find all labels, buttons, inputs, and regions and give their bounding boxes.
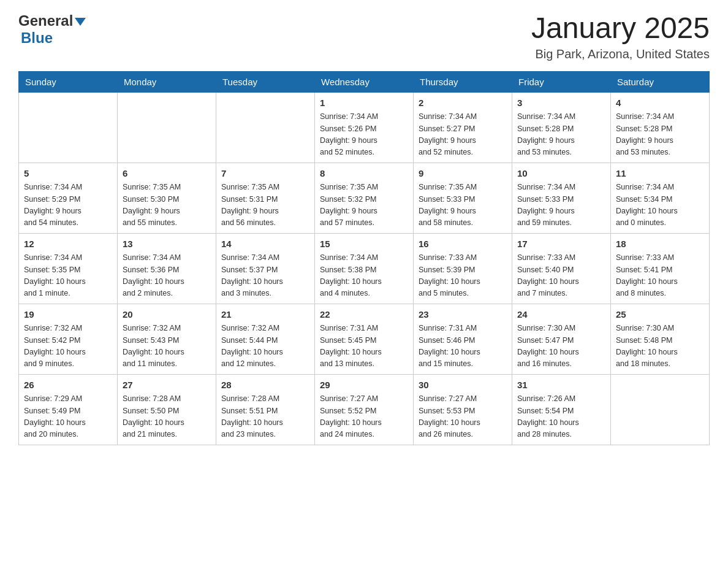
day-number: 30 bbox=[419, 378, 507, 393]
day-info: Sunrise: 7:31 AM Sunset: 5:45 PM Dayligh… bbox=[320, 323, 408, 370]
day-info: Sunrise: 7:30 AM Sunset: 5:47 PM Dayligh… bbox=[517, 323, 605, 370]
logo: General Blue bbox=[18, 12, 86, 47]
day-number: 22 bbox=[320, 308, 408, 322]
day-number: 1 bbox=[320, 96, 408, 110]
day-number: 31 bbox=[517, 378, 605, 393]
day-info: Sunrise: 7:35 AM Sunset: 5:31 PM Dayligh… bbox=[221, 182, 309, 229]
day-number: 2 bbox=[419, 96, 507, 110]
calendar-day-header: Thursday bbox=[414, 71, 512, 92]
day-info: Sunrise: 7:30 AM Sunset: 5:48 PM Dayligh… bbox=[616, 323, 704, 370]
day-info: Sunrise: 7:33 AM Sunset: 5:39 PM Dayligh… bbox=[419, 252, 507, 300]
day-number: 20 bbox=[123, 308, 211, 322]
calendar-cell: 4Sunrise: 7:34 AM Sunset: 5:28 PM Daylig… bbox=[611, 92, 710, 163]
day-number: 5 bbox=[24, 167, 112, 181]
day-info: Sunrise: 7:27 AM Sunset: 5:52 PM Dayligh… bbox=[320, 393, 408, 441]
day-number: 4 bbox=[616, 96, 704, 110]
day-info: Sunrise: 7:34 AM Sunset: 5:28 PM Dayligh… bbox=[616, 111, 704, 159]
day-number: 19 bbox=[24, 308, 112, 322]
calendar-day-header: Saturday bbox=[611, 71, 710, 92]
day-number: 16 bbox=[419, 237, 507, 251]
day-number: 21 bbox=[221, 308, 309, 322]
calendar-cell: 30Sunrise: 7:27 AM Sunset: 5:53 PM Dayli… bbox=[414, 374, 512, 445]
calendar-cell: 18Sunrise: 7:33 AM Sunset: 5:41 PM Dayli… bbox=[611, 233, 710, 304]
day-number: 29 bbox=[320, 378, 408, 393]
day-number: 23 bbox=[419, 308, 507, 322]
day-info: Sunrise: 7:28 AM Sunset: 5:50 PM Dayligh… bbox=[123, 393, 211, 441]
calendar-subtitle: Big Park, Arizona, United States bbox=[531, 47, 710, 61]
day-number: 13 bbox=[123, 237, 211, 251]
calendar-cell bbox=[118, 92, 216, 163]
calendar-cell: 2Sunrise: 7:34 AM Sunset: 5:27 PM Daylig… bbox=[414, 92, 512, 163]
day-info: Sunrise: 7:34 AM Sunset: 5:38 PM Dayligh… bbox=[320, 252, 408, 300]
day-number: 14 bbox=[221, 237, 309, 251]
day-number: 6 bbox=[123, 167, 211, 181]
day-number: 17 bbox=[517, 237, 605, 251]
calendar-title: January 2025 bbox=[531, 12, 710, 45]
calendar-cell: 24Sunrise: 7:30 AM Sunset: 5:47 PM Dayli… bbox=[512, 304, 611, 374]
calendar-cell: 15Sunrise: 7:34 AM Sunset: 5:38 PM Dayli… bbox=[315, 233, 414, 304]
title-block: January 2025 Big Park, Arizona, United S… bbox=[531, 12, 710, 61]
calendar-cell: 7Sunrise: 7:35 AM Sunset: 5:31 PM Daylig… bbox=[216, 163, 315, 233]
day-info: Sunrise: 7:27 AM Sunset: 5:53 PM Dayligh… bbox=[419, 393, 507, 441]
day-number: 8 bbox=[320, 167, 408, 181]
calendar-week-row: 1Sunrise: 7:34 AM Sunset: 5:26 PM Daylig… bbox=[19, 92, 710, 163]
day-number: 3 bbox=[517, 96, 605, 110]
calendar-cell: 13Sunrise: 7:34 AM Sunset: 5:36 PM Dayli… bbox=[118, 233, 216, 304]
day-info: Sunrise: 7:34 AM Sunset: 5:28 PM Dayligh… bbox=[517, 111, 605, 159]
calendar-cell: 16Sunrise: 7:33 AM Sunset: 5:39 PM Dayli… bbox=[414, 233, 512, 304]
calendar-cell: 5Sunrise: 7:34 AM Sunset: 5:29 PM Daylig… bbox=[19, 163, 118, 233]
calendar-cell: 17Sunrise: 7:33 AM Sunset: 5:40 PM Dayli… bbox=[512, 233, 611, 304]
calendar-day-header: Monday bbox=[118, 71, 216, 92]
day-number: 15 bbox=[320, 237, 408, 251]
day-info: Sunrise: 7:34 AM Sunset: 5:29 PM Dayligh… bbox=[24, 182, 112, 229]
day-number: 28 bbox=[221, 378, 309, 393]
day-info: Sunrise: 7:32 AM Sunset: 5:43 PM Dayligh… bbox=[123, 323, 211, 370]
calendar-table: SundayMondayTuesdayWednesdayThursdayFrid… bbox=[18, 71, 710, 445]
day-number: 11 bbox=[616, 167, 704, 181]
day-number: 18 bbox=[616, 237, 704, 251]
calendar-cell: 8Sunrise: 7:35 AM Sunset: 5:32 PM Daylig… bbox=[315, 163, 414, 233]
day-info: Sunrise: 7:31 AM Sunset: 5:46 PM Dayligh… bbox=[419, 323, 507, 370]
day-info: Sunrise: 7:34 AM Sunset: 5:37 PM Dayligh… bbox=[221, 252, 309, 300]
calendar-cell: 29Sunrise: 7:27 AM Sunset: 5:52 PM Dayli… bbox=[315, 374, 414, 445]
day-info: Sunrise: 7:26 AM Sunset: 5:54 PM Dayligh… bbox=[517, 393, 605, 441]
calendar-cell: 9Sunrise: 7:35 AM Sunset: 5:33 PM Daylig… bbox=[414, 163, 512, 233]
calendar-cell: 14Sunrise: 7:34 AM Sunset: 5:37 PM Dayli… bbox=[216, 233, 315, 304]
calendar-cell: 27Sunrise: 7:28 AM Sunset: 5:50 PM Dayli… bbox=[118, 374, 216, 445]
calendar-week-row: 12Sunrise: 7:34 AM Sunset: 5:35 PM Dayli… bbox=[19, 233, 710, 304]
day-info: Sunrise: 7:32 AM Sunset: 5:44 PM Dayligh… bbox=[221, 323, 309, 370]
day-info: Sunrise: 7:34 AM Sunset: 5:33 PM Dayligh… bbox=[517, 182, 605, 229]
day-number: 12 bbox=[24, 237, 112, 251]
day-info: Sunrise: 7:29 AM Sunset: 5:49 PM Dayligh… bbox=[24, 393, 112, 441]
day-number: 10 bbox=[517, 167, 605, 181]
calendar-cell bbox=[611, 374, 710, 445]
calendar-day-header: Sunday bbox=[19, 71, 118, 92]
calendar-cell bbox=[216, 92, 315, 163]
day-info: Sunrise: 7:33 AM Sunset: 5:41 PM Dayligh… bbox=[616, 252, 704, 300]
calendar-cell: 22Sunrise: 7:31 AM Sunset: 5:45 PM Dayli… bbox=[315, 304, 414, 374]
logo-blue-text: Blue bbox=[21, 29, 53, 47]
day-info: Sunrise: 7:34 AM Sunset: 5:34 PM Dayligh… bbox=[616, 182, 704, 229]
calendar-cell: 10Sunrise: 7:34 AM Sunset: 5:33 PM Dayli… bbox=[512, 163, 611, 233]
logo-general-text: General bbox=[18, 12, 73, 29]
calendar-day-header: Tuesday bbox=[216, 71, 315, 92]
calendar-header-row: SundayMondayTuesdayWednesdayThursdayFrid… bbox=[19, 71, 710, 92]
calendar-cell bbox=[19, 92, 118, 163]
calendar-cell: 11Sunrise: 7:34 AM Sunset: 5:34 PM Dayli… bbox=[611, 163, 710, 233]
calendar-cell: 6Sunrise: 7:35 AM Sunset: 5:30 PM Daylig… bbox=[118, 163, 216, 233]
page-header: General Blue January 2025 Big Park, Ariz… bbox=[18, 12, 710, 61]
calendar-cell: 31Sunrise: 7:26 AM Sunset: 5:54 PM Dayli… bbox=[512, 374, 611, 445]
day-info: Sunrise: 7:34 AM Sunset: 5:36 PM Dayligh… bbox=[123, 252, 211, 300]
calendar-cell: 12Sunrise: 7:34 AM Sunset: 5:35 PM Dayli… bbox=[19, 233, 118, 304]
day-number: 25 bbox=[616, 308, 704, 322]
calendar-cell: 25Sunrise: 7:30 AM Sunset: 5:48 PM Dayli… bbox=[611, 304, 710, 374]
day-number: 24 bbox=[517, 308, 605, 322]
day-info: Sunrise: 7:34 AM Sunset: 5:26 PM Dayligh… bbox=[320, 111, 408, 159]
calendar-cell: 21Sunrise: 7:32 AM Sunset: 5:44 PM Dayli… bbox=[216, 304, 315, 374]
day-number: 7 bbox=[221, 167, 309, 181]
day-info: Sunrise: 7:35 AM Sunset: 5:32 PM Dayligh… bbox=[320, 182, 408, 229]
calendar-week-row: 5Sunrise: 7:34 AM Sunset: 5:29 PM Daylig… bbox=[19, 163, 710, 233]
day-info: Sunrise: 7:34 AM Sunset: 5:35 PM Dayligh… bbox=[24, 252, 112, 300]
day-info: Sunrise: 7:33 AM Sunset: 5:40 PM Dayligh… bbox=[517, 252, 605, 300]
calendar-cell: 1Sunrise: 7:34 AM Sunset: 5:26 PM Daylig… bbox=[315, 92, 414, 163]
